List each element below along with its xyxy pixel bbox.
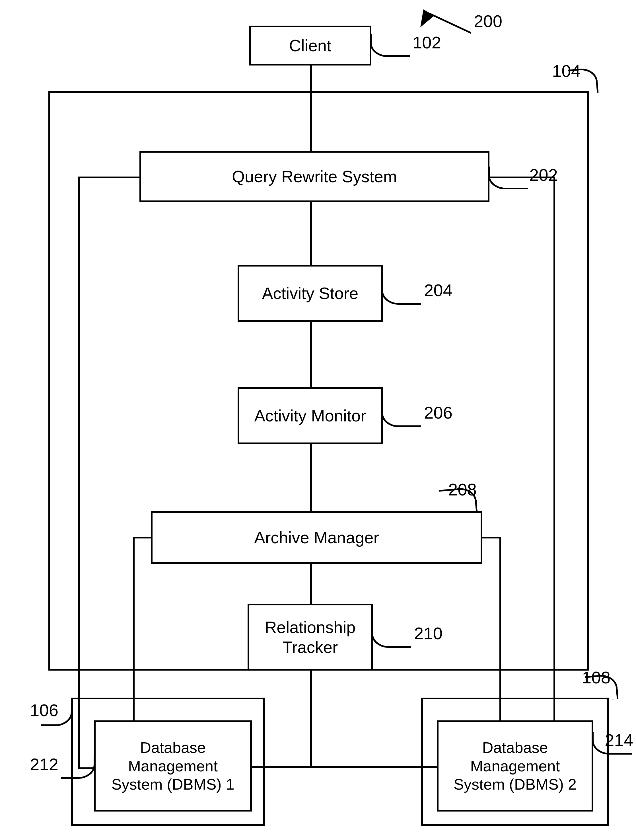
ref-204: 204: [424, 281, 452, 300]
ref-104: 104: [552, 61, 581, 81]
ref-102: 102: [412, 33, 441, 52]
ref-200: 200: [474, 11, 502, 31]
ref-202: 202: [529, 165, 558, 185]
ref-106: 106: [30, 701, 58, 720]
activity-store-label: Activity Store: [262, 283, 358, 303]
client-label: Client: [289, 36, 331, 55]
archive-manager-label: Archive Manager: [254, 527, 379, 548]
arrowhead-icon: [415, 9, 434, 30]
ref-214: 214: [605, 730, 633, 750]
dbms1-label: Database Management System (DBMS) 1: [111, 738, 234, 794]
dbms2-box: Database Management System (DBMS) 2: [437, 720, 593, 812]
ref-210: 210: [414, 624, 442, 643]
ref-206: 206: [424, 403, 452, 423]
query-rewrite-label: Query Rewrite System: [232, 167, 397, 186]
client-box: Client: [249, 25, 372, 65]
dbms2-label: Database Management System (DBMS) 2: [453, 738, 576, 794]
relationship-tracker-label: Relationship Tracker: [264, 617, 356, 657]
archive-manager-box: Archive Manager: [151, 511, 482, 564]
activity-monitor-box: Activity Monitor: [238, 387, 383, 444]
query-rewrite-box: Query Rewrite System: [139, 151, 490, 202]
ref-108: 108: [582, 668, 611, 687]
activity-monitor-label: Activity Monitor: [254, 406, 366, 426]
dbms1-box: Database Management System (DBMS) 1: [94, 720, 252, 812]
ref-212: 212: [30, 755, 58, 774]
diagram-canvas: Client Query Rewrite System Activity Sto…: [0, 0, 636, 840]
activity-store-box: Activity Store: [238, 265, 383, 322]
relationship-tracker-box: Relationship Tracker: [247, 604, 373, 671]
ref-208: 208: [448, 480, 477, 499]
